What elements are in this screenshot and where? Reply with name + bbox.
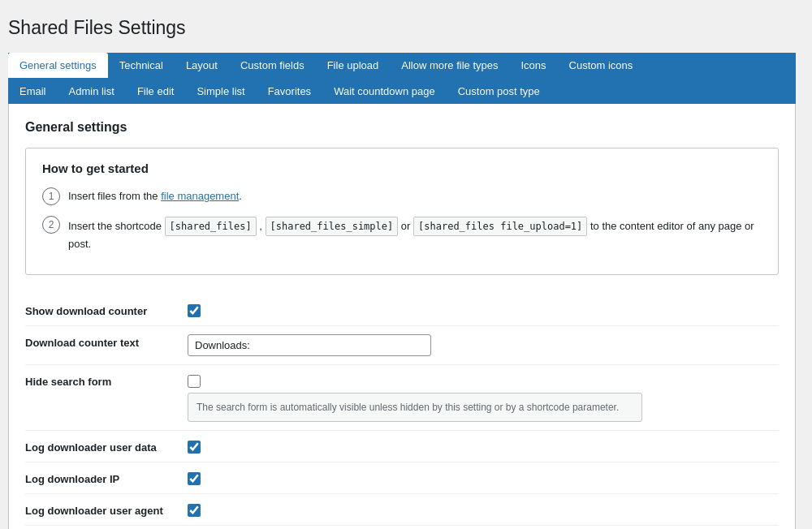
settings-label-download-counter-text: Download counter text [25, 334, 188, 349]
settings-label-log-downloader-ip: Log downloader IP [25, 471, 188, 485]
settings-row-log-referer-url: Log referer url [25, 525, 779, 529]
step-1-row: 1 Insert files from the file management. [42, 187, 762, 205]
text-input-download-counter-text[interactable] [188, 334, 431, 356]
settings-control-log-downloader-user-data [188, 439, 779, 454]
tab-email[interactable]: Email [8, 79, 58, 104]
settings-row-download-counter-text: Download counter text [25, 325, 779, 364]
help-text-hide-search-form: The search form is automatically visible… [188, 393, 642, 422]
settings-control-hide-search-form: The search form is automatically visible… [188, 373, 779, 422]
tab-custom-icons[interactable]: Custom icons [558, 53, 645, 78]
tab-allow-more-file-types[interactable]: Allow more file types [390, 53, 509, 78]
section-title: General settings [25, 120, 779, 135]
settings-label-hide-search-form: Hide search form [25, 373, 188, 388]
checkbox-log-downloader-ip[interactable] [188, 472, 201, 485]
tabs-row-1: General settingsTechnicalLayoutCustom fi… [8, 53, 796, 78]
checkbox-show-download-counter[interactable] [188, 304, 201, 317]
tab-icons[interactable]: Icons [510, 53, 558, 78]
step-1-text: Insert files from the file management. [68, 187, 242, 204]
checkbox-log-downloader-user-data[interactable] [188, 441, 201, 454]
settings-row-log-downloader-user-agent: Log downloader user agent [25, 493, 779, 525]
getting-started-box: How to get started 1 Insert files from t… [25, 148, 779, 276]
tab-simple-list[interactable]: Simple list [185, 79, 256, 104]
tab-favorites[interactable]: Favorites [257, 79, 322, 104]
tab-technical[interactable]: Technical [108, 53, 175, 78]
settings-row-hide-search-form: Hide search formThe search form is autom… [25, 364, 779, 430]
shortcode-2: [shared_files_simple] [266, 217, 399, 236]
tab-custom-fields[interactable]: Custom fields [229, 53, 316, 78]
tab-wait-countdown-page[interactable]: Wait countdown page [322, 79, 447, 104]
page-wrapper: Shared Files Settings General settingsTe… [0, 0, 812, 529]
tabs-container: General settingsTechnicalLayoutCustom fi… [8, 53, 796, 104]
settings-label-show-download-counter: Show download counter [25, 303, 188, 317]
checkbox-log-downloader-user-agent[interactable] [188, 504, 201, 517]
step-2-text: Insert the shortcode [shared_files] , [s… [68, 215, 762, 252]
settings-label-log-downloader-user-data: Log downloader user data [25, 439, 188, 454]
settings-control-log-downloader-ip [188, 471, 779, 485]
content-area: General settings How to get started 1 In… [8, 104, 796, 529]
tab-file-edit[interactable]: File edit [126, 79, 186, 104]
settings-row-log-downloader-user-data: Log downloader user data [25, 430, 779, 462]
step-1-number: 1 [42, 187, 60, 205]
tab-general-settings[interactable]: General settings [8, 53, 108, 78]
settings-row-show-download-counter: Show download counter [25, 295, 779, 325]
settings-control-log-downloader-user-agent [188, 502, 779, 517]
tab-custom-post-type[interactable]: Custom post type [447, 79, 551, 104]
settings-label-log-downloader-user-agent: Log downloader user agent [25, 502, 188, 517]
settings-control-show-download-counter [188, 303, 779, 317]
shortcode-3: [shared_files file_upload=1] [413, 217, 587, 236]
page-title: Shared Files Settings [8, 16, 796, 41]
settings-control-download-counter-text [188, 334, 779, 356]
file-management-link[interactable]: file management [161, 190, 239, 202]
getting-started-title: How to get started [42, 161, 762, 175]
settings-rows: Show download counterDownload counter te… [25, 295, 779, 529]
tab-admin-list[interactable]: Admin list [58, 79, 126, 104]
tab-layout[interactable]: Layout [175, 53, 229, 78]
step-2-number: 2 [42, 216, 60, 234]
checkbox-hide-search-form[interactable] [188, 375, 201, 388]
tabs-row-2: EmailAdmin listFile editSimple listFavor… [8, 78, 796, 104]
settings-row-log-downloader-ip: Log downloader IP [25, 462, 779, 493]
step-2-row: 2 Insert the shortcode [shared_files] , … [42, 215, 762, 252]
shortcode-1: [shared_files] [165, 217, 257, 236]
tab-file-upload[interactable]: File upload [316, 53, 391, 78]
